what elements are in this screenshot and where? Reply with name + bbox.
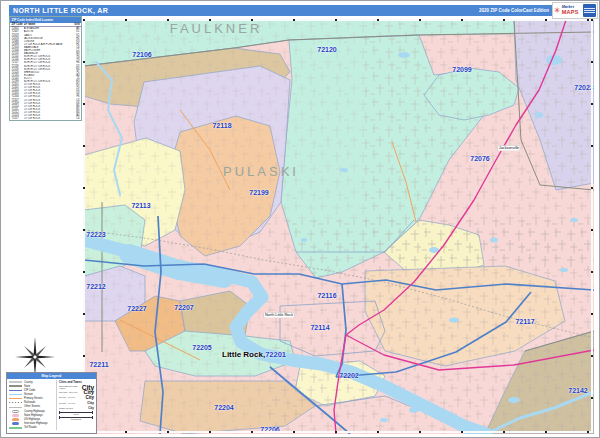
- zip-label-72106: 72106: [132, 51, 151, 58]
- zip-label-72118: 72118: [212, 122, 231, 129]
- zip-index-rows: 72002ALEXANDERA672007AUSTINK172023CABOTK…: [10, 27, 81, 120]
- zip-label-72207: 72207: [174, 304, 193, 311]
- map-ruler-bottom: [83, 431, 593, 433]
- legend-row-state-hwy: State Highways: [9, 413, 53, 417]
- zip-label-72223: 72223: [86, 231, 105, 238]
- col-zip-code: ZIP Code: [12, 23, 24, 26]
- zip-label-72211: 72211: [89, 361, 108, 368]
- zip-label-72120: 72120: [317, 46, 336, 53]
- compass-rose: [15, 337, 55, 377]
- zip-label-72099: 72099: [452, 66, 471, 73]
- legend-scales: MilesKilometers: [59, 412, 94, 420]
- legend-row-interstate: Interstate Highways: [9, 421, 53, 425]
- legend-city-row: Under 10,000City: [59, 405, 94, 410]
- legend-line-symbols: CountyStateZIP CodeStreamPrimary Streets…: [9, 380, 53, 430]
- zip-index-row: 72227LITTLE ROCKC4: [10, 117, 81, 120]
- map-ruler-top: [83, 19, 593, 21]
- page-title: NORTH LITTLE ROCK, AR: [13, 7, 108, 14]
- zip-label-72212: 72212: [86, 283, 105, 290]
- map-labels: FAULKNERPULASKI7210672120720997202372118…: [84, 20, 592, 432]
- legend-cities: Cities and Towns Over 250,000 and AboveC…: [56, 380, 94, 430]
- county-label-faulkner: FAULKNER: [170, 21, 263, 36]
- map-ruler-right: [591, 19, 593, 433]
- map-page: NORTH LITTLE ROCK, AR 2020 ZIP Code Colo…: [0, 0, 600, 438]
- zip-label-72204: 72204: [214, 404, 233, 411]
- map-panel: FAULKNERPULASKI7210672120720997202372118…: [83, 19, 593, 433]
- map-ruler-left: [83, 19, 85, 433]
- legend-row-county-hwy: County Highways: [9, 409, 53, 413]
- edition-label: 2020 ZIP Code ColorCast Edition: [479, 8, 549, 13]
- zip-label-72199: 72199: [249, 189, 268, 196]
- legend-row-us-hwy: US Highways: [9, 417, 53, 421]
- legend-city-rows: Over 250,000 and AboveCity100,000 - 249,…: [59, 385, 94, 411]
- title-bar: NORTH LITTLE ROCK, AR 2020 ZIP Code Colo…: [9, 5, 553, 16]
- zip-label-72113: 72113: [131, 202, 150, 209]
- logo-line2: MAPS: [562, 10, 579, 16]
- zip-label-72114: 72114: [310, 324, 329, 331]
- map-legend: Map Legend CountyStateZIP CodeStreamPrim…: [6, 372, 97, 434]
- zip-label-72142: 72142: [568, 387, 587, 394]
- city-label: North Little Rock: [264, 313, 294, 318]
- zip-index-table: ZIP Code Index/Grid Locator ZIP Code ZIP…: [9, 16, 82, 121]
- col-grid: Grid: [73, 23, 80, 26]
- logo-star-icon: ✳: [554, 7, 561, 15]
- legend-row-toll: Toll Roads: [9, 426, 53, 430]
- zip-label-72076: 72076: [470, 155, 489, 162]
- scale-bar: Kilometers: [59, 417, 94, 420]
- county-label-pulaski: PULASKI: [223, 164, 299, 179]
- city-label: Jacksonville: [498, 146, 520, 151]
- zip-label-72116: 72116: [317, 292, 336, 299]
- zip-label-72202: 72202: [339, 372, 358, 379]
- city-label-little-rock: Little Rock,72201: [222, 350, 286, 359]
- zip-label-72227: 72227: [127, 305, 146, 312]
- zip-label-72117: 72117: [515, 318, 534, 325]
- scale-bar: Miles: [59, 412, 94, 415]
- brand-logo: ✳ Market MAPS: [552, 2, 598, 19]
- logo-badge: [583, 4, 596, 17]
- zip-label-72205: 72205: [192, 344, 211, 351]
- col-zip-name: ZIP Name: [24, 23, 73, 26]
